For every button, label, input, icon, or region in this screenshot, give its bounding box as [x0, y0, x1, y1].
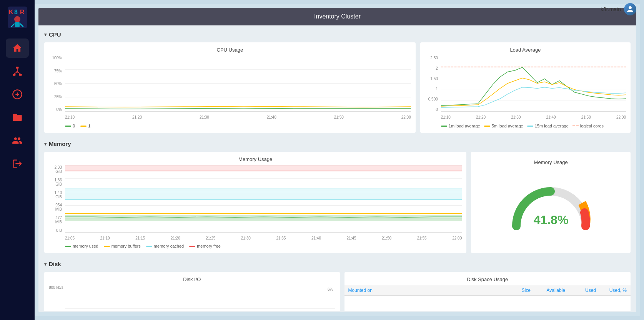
- disk-io-canvas: 6%: [65, 285, 335, 308]
- legend-item-1: 1: [80, 124, 90, 128]
- svg-text:R: R: [20, 9, 25, 15]
- sidebar-item-logout[interactable]: [6, 154, 29, 173]
- memory-gauge-title: Memory Usage: [534, 159, 568, 165]
- app-logo[interactable]: K 8 R: [6, 4, 29, 31]
- memory-gauge-panel: Memory Usage 41.8%: [471, 152, 631, 253]
- disk-space-panel: Disk Space Usage Mounted on Size Availab…: [344, 272, 631, 311]
- legend-item-logical: logical cores: [572, 124, 604, 128]
- sidebar-item-add[interactable]: [6, 85, 29, 104]
- section-cpu-label: CPU: [49, 31, 61, 38]
- sidebar-item-users[interactable]: [6, 131, 29, 150]
- legend-15m-color: [527, 126, 533, 127]
- memory-usage-x-labels: 21:05 21:10 21:15 21:20 21:25 21:30 21:3…: [65, 234, 462, 242]
- legend-memory-free: memory free: [189, 244, 221, 248]
- svg-rect-5: [15, 22, 20, 27]
- sidebar-nav: [0, 39, 35, 173]
- th-mounted-on: Mounted on: [348, 288, 500, 293]
- disk-io-title: Disk I/O: [49, 276, 335, 282]
- legend-memory-used: memory used: [65, 244, 98, 248]
- th-available: Available: [531, 288, 565, 293]
- chevron-down-icon: ▾: [44, 32, 47, 37]
- legend-1m-color: [441, 126, 447, 127]
- svg-text:8: 8: [14, 9, 18, 15]
- svg-rect-9: [13, 74, 15, 76]
- load-average-x-labels: 21:10 21:20 21:30 21:40 21:50 22:00: [441, 113, 626, 121]
- memory-charts-row: Memory Usage 2.33 GiB 1.86 GiB 1.40 GiB …: [44, 152, 631, 253]
- header-bar: k8r.main: [35, 0, 644, 18]
- section-header-memory[interactable]: ▾ Memory: [44, 141, 631, 147]
- legend-item-15m: 15m load average: [527, 124, 569, 128]
- legend-memory-buffers: memory buffers: [104, 244, 141, 248]
- chevron-down-icon-disk: ▾: [44, 261, 47, 267]
- svg-text:K: K: [9, 9, 13, 15]
- inventory-window: Inventory Cluster ▾ CPU CPU Usage 100%: [38, 8, 636, 312]
- th-used: Used: [565, 288, 596, 293]
- chevron-down-icon-memory: ▾: [44, 141, 47, 147]
- cpu-usage-title: CPU Usage: [49, 47, 411, 53]
- sidebar-item-folder[interactable]: [6, 108, 29, 127]
- cpu-charts-row: CPU Usage 100% 75% 50% 25% 0%: [44, 42, 631, 133]
- legend-memory-buffers-color: [104, 246, 110, 247]
- legend-color-0: [65, 126, 71, 127]
- legend-memory-used-color: [65, 246, 71, 247]
- user-avatar: [624, 3, 636, 15]
- sidebar: K 8 R: [0, 0, 35, 320]
- load-average-y-labels: 2.50 2 1.50 1 0.500 0: [425, 56, 439, 112]
- th-size: Size: [500, 288, 531, 293]
- section-header-cpu[interactable]: ▾ CPU: [44, 31, 631, 38]
- cpu-usage-legend: 0 1: [49, 124, 411, 128]
- load-average-panel: Load Average 2.50 2 1.50 1 0.500 0: [420, 42, 631, 133]
- username-label: k8r.main: [601, 6, 621, 12]
- memory-usage-canvas: [65, 165, 462, 233]
- cpu-usage-x-labels: 21:10 21:20 21:30 21:40 21:50 22:00: [65, 113, 411, 121]
- legend-logical-color: [572, 126, 579, 126]
- load-average-chart-area: 2.50 2 1.50 1 0.500 0: [425, 56, 626, 121]
- legend-item-5m: 5m load average: [484, 124, 523, 128]
- page-content: Inventory Cluster ▾ CPU CPU Usage 100%: [35, 4, 640, 316]
- window-body: ▾ CPU CPU Usage 100% 75% 50% 25%: [38, 25, 636, 311]
- load-average-legend: 1m load average 5m load average 15m load…: [425, 124, 626, 128]
- legend-item-1m: 1m load average: [441, 124, 480, 128]
- legend-5m-color: [484, 126, 490, 127]
- svg-text:41.8%: 41.8%: [533, 213, 568, 227]
- legend-memory-cached-color: [146, 246, 152, 247]
- disk-io-y-labels: 800 kb/s: [49, 285, 65, 308]
- svg-rect-10: [19, 74, 22, 76]
- gauge-svg: 41.8%: [509, 180, 593, 234]
- memory-usage-y-labels: 2.33 GiB 1.86 GiB 1.40 GiB 954 MiB 477 M…: [49, 165, 63, 233]
- section-header-disk[interactable]: ▾ Disk: [44, 261, 631, 267]
- svg-point-14: [17, 71, 18, 73]
- disk-io-chart: 800 kb/s 6%: [49, 285, 335, 308]
- svg-point-4: [14, 16, 20, 22]
- sidebar-item-network[interactable]: [6, 62, 29, 81]
- disk-space-table-header: Mounted on Size Available Used Used, %: [344, 285, 631, 296]
- header-user: k8r.main: [601, 3, 636, 15]
- legend-memory-cached: memory cached: [146, 244, 184, 248]
- memory-usage-chart-area: 2.33 GiB 1.86 GiB 1.40 GiB 954 MiB 477 M…: [49, 165, 462, 242]
- gauge-container: 41.8%: [509, 168, 593, 245]
- legend-color-1: [80, 126, 87, 127]
- load-average-title: Load Average: [425, 47, 626, 53]
- load-average-canvas: [441, 56, 626, 112]
- legend-memory-free-color: [189, 246, 195, 247]
- main-content: k8r.main Inventory Cluster ▾ CPU CPU Us: [35, 0, 644, 320]
- svg-rect-8: [16, 67, 19, 69]
- section-memory-label: Memory: [49, 141, 71, 147]
- legend-item-0: 0: [65, 124, 75, 128]
- disk-space-title: Disk Space Usage: [344, 272, 631, 282]
- disk-charts-row: Disk I/O 800 kb/s 6%: [44, 272, 631, 311]
- th-used-pct: Used, %: [596, 288, 627, 293]
- cpu-usage-y-labels: 100% 75% 50% 25% 0%: [49, 56, 63, 112]
- cpu-usage-panel: CPU Usage 100% 75% 50% 25% 0%: [44, 42, 416, 133]
- memory-usage-legend: memory used memory buffers memory cached: [49, 244, 462, 248]
- memory-usage-panel: Memory Usage 2.33 GiB 1.86 GiB 1.40 GiB …: [44, 152, 466, 253]
- memory-usage-title: Memory Usage: [49, 156, 462, 162]
- disk-io-panel: Disk I/O 800 kb/s 6%: [44, 272, 340, 311]
- disk-io-value: 6%: [328, 287, 333, 292]
- sidebar-item-home[interactable]: [6, 39, 29, 58]
- section-disk-label: Disk: [49, 261, 61, 267]
- cpu-usage-chart-area: 100% 75% 50% 25% 0%: [49, 56, 411, 121]
- cpu-usage-canvas: [65, 56, 411, 112]
